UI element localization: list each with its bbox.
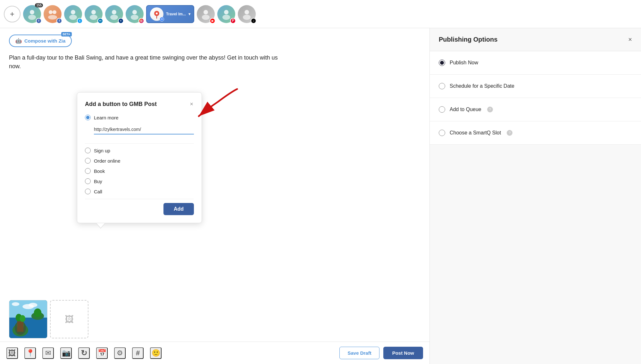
svg-point-35 (29, 303, 37, 307)
gmb-modal-footer: Add (85, 199, 194, 215)
save-draft-button[interactable]: Save Draft (339, 347, 379, 359)
publish-radio-smartq[interactable] (439, 130, 445, 136)
dropdown-chevron-icon: ▾ (188, 12, 190, 16)
account-tiktok[interactable]: ♪ (238, 5, 256, 23)
gmb-label-learn-more: Learn more (94, 115, 119, 120)
hashtag-toolbar-icon: # (136, 349, 140, 357)
publish-radio-queue[interactable] (439, 106, 445, 113)
svg-point-20 (243, 15, 251, 20)
gmb-option-sign-up[interactable]: Sign up (85, 148, 194, 153)
gmb-modal-header: Add a button to GMB Post × (85, 100, 194, 108)
gmb-option-buy[interactable]: Buy (85, 178, 194, 184)
toolbar-action-buttons: Save Draft Post Now (339, 347, 423, 359)
settings-toolbar-icon: ⚙ (117, 349, 123, 357)
compose-zia-button[interactable]: 🤖 Compose with Zia BETA (9, 35, 72, 47)
svg-point-10 (110, 15, 118, 20)
publishing-options-list: Publish Now Schedule for a Specific Date… (430, 51, 641, 145)
gmb-radio-order-online[interactable] (85, 158, 91, 164)
compose-zia-label: Compose with Zia (24, 38, 65, 44)
thumbnail-image-1[interactable] (9, 300, 47, 338)
publish-radio-schedule[interactable] (439, 83, 445, 89)
account-fb[interactable]: f 155 (23, 5, 41, 23)
account-youtube[interactable]: ▶ (197, 5, 215, 23)
emoji-toolbar-button[interactable]: 🙂 (150, 347, 162, 359)
bottom-toolbar: 🖼 📍 ✉ 📷 ↻ 📅 ⚙ # 🙂 (0, 342, 429, 364)
gmb-label-sign-up: Sign up (94, 148, 110, 153)
gmb-modal-close-button[interactable]: × (189, 100, 194, 108)
svg-point-7 (91, 10, 96, 14)
account-pinterest[interactable]: P (217, 5, 235, 23)
refresh-toolbar-button[interactable]: ↻ (78, 347, 90, 359)
mail-toolbar-icon: ✉ (45, 349, 51, 357)
publish-label-now: Publish Now (450, 60, 478, 66)
gmb-option-order-online[interactable]: Order online (85, 158, 194, 164)
publish-option-publish-now[interactable]: Publish Now (430, 51, 641, 75)
svg-point-31 (20, 315, 25, 322)
calendar-toolbar-button[interactable]: 📅 (96, 347, 108, 359)
main-content: 🤖 Compose with Zia BETA Plan a full-day … (0, 28, 429, 364)
add-account-button[interactable]: + (4, 6, 21, 22)
publish-radio-now[interactable] (439, 60, 445, 66)
gmb-option-learn-more[interactable]: Learn more (85, 115, 194, 120)
settings-toolbar-button[interactable]: ⚙ (114, 347, 126, 359)
svg-point-5 (71, 10, 75, 14)
publishing-options-close-button[interactable]: × (628, 36, 632, 43)
account-booking[interactable]: ≡ (105, 5, 123, 23)
account-twitter[interactable]: t (64, 5, 82, 23)
queue-help-icon[interactable]: ? (487, 107, 493, 112)
publish-label-smartq: Choose a SmartQ Slot (450, 130, 501, 136)
svg-point-12 (131, 15, 138, 20)
svg-point-9 (112, 10, 116, 14)
zia-icon: 🤖 (15, 38, 22, 44)
gmb-option-call[interactable]: Call (85, 189, 194, 194)
refresh-toolbar-icon: ↻ (81, 349, 87, 358)
gmb-url-input[interactable] (94, 125, 194, 134)
account-google-maps-dropdown[interactable]: G Travel Im... ▾ (146, 5, 194, 23)
gmb-radio-book[interactable] (85, 168, 91, 174)
gmb-label-book: Book (94, 168, 105, 174)
svg-point-18 (222, 15, 230, 20)
post-text: Plan a full-day tour to the Bali Swing, … (9, 53, 281, 71)
emoji-toolbar-icon: 🙂 (152, 349, 160, 357)
svg-point-4 (48, 15, 57, 20)
image-toolbar-icon: 🖼 (8, 349, 16, 358)
top-bar: + f 155 f t in ≡ (0, 0, 641, 28)
location-toolbar-button[interactable]: 📍 (24, 347, 36, 359)
gmb-radio-learn-more[interactable] (85, 115, 91, 120)
main-layout: 🤖 Compose with Zia BETA Plan a full-day … (0, 28, 641, 364)
account-instagram[interactable]: ◎ (126, 5, 144, 23)
gmb-modal-overlay: Add a button to GMB Post × Learn more Si… (77, 92, 202, 223)
gmb-radio-buy[interactable] (85, 178, 91, 184)
gmb-add-button[interactable]: Add (163, 203, 194, 215)
camera-toolbar-button[interactable]: 📷 (60, 347, 72, 359)
hashtag-toolbar-button[interactable]: # (132, 347, 144, 359)
publish-option-queue[interactable]: Add to Queue ? (430, 98, 641, 121)
image-toolbar-button[interactable]: 🖼 (6, 347, 18, 359)
post-now-button[interactable]: Post Now (383, 347, 423, 359)
account-group[interactable]: f (44, 5, 62, 23)
publish-label-schedule: Schedule for a Specific Date (450, 83, 514, 89)
camera-toolbar-icon: 📷 (62, 349, 71, 357)
publish-option-schedule[interactable]: Schedule for a Specific Date (430, 75, 641, 98)
svg-point-11 (132, 10, 137, 14)
svg-point-8 (90, 15, 97, 20)
publishing-options-header: Publishing Options × (430, 28, 641, 51)
plus-icon: + (10, 10, 14, 19)
beta-badge: BETA (61, 32, 72, 36)
publish-option-smartq[interactable]: Choose a SmartQ Slot ? (430, 121, 641, 145)
gmb-radio-call[interactable] (85, 189, 91, 194)
gmb-label-order-online: Order online (94, 158, 121, 164)
gmb-option-book[interactable]: Book (85, 168, 194, 174)
svg-point-3 (53, 10, 56, 14)
smartq-help-icon[interactable]: ? (507, 130, 512, 136)
location-toolbar-icon: 📍 (26, 349, 35, 357)
gmb-radio-sign-up[interactable] (85, 148, 91, 153)
thumbnail-add-button[interactable]: 🖼 (50, 300, 88, 338)
account-linkedin[interactable]: in (85, 5, 103, 23)
dropdown-account-label: Travel Im... (166, 12, 186, 16)
image-thumbnails: 🖼 (9, 300, 88, 338)
mail-toolbar-button[interactable]: ✉ (42, 347, 54, 359)
svg-point-33 (34, 309, 42, 318)
svg-point-1 (28, 15, 36, 20)
add-image-icon: 🖼 (65, 314, 74, 325)
